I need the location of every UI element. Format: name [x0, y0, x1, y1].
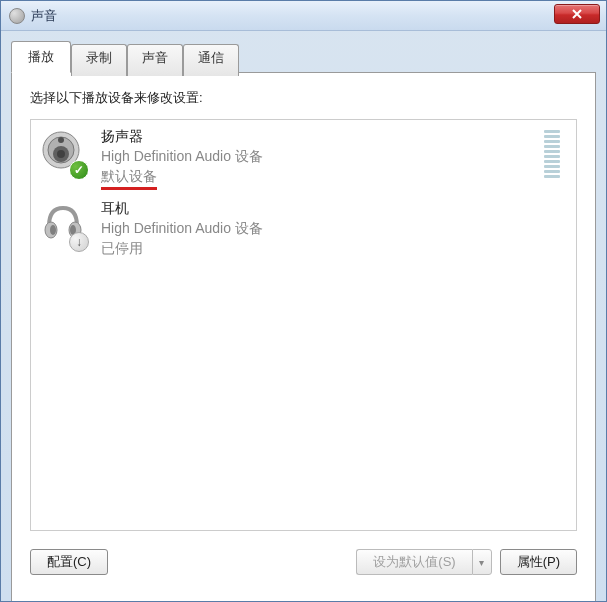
- device-description: High Definition Audio 设备: [101, 220, 568, 238]
- sound-app-icon: [9, 8, 25, 24]
- device-item-speakers[interactable]: ✓ 扬声器 High Definition Audio 设备 默认设备: [33, 122, 574, 194]
- set-default-split-button: 设为默认值(S): [356, 549, 491, 575]
- device-description: High Definition Audio 设备: [101, 148, 544, 166]
- window-title: 声音: [31, 7, 57, 25]
- close-icon: [571, 9, 583, 19]
- tab-communications[interactable]: 通信: [183, 44, 239, 76]
- device-status: 默认设备: [101, 168, 544, 190]
- svg-point-4: [58, 137, 64, 143]
- properties-button[interactable]: 属性(P): [500, 549, 577, 575]
- device-info: 耳机 High Definition Audio 设备 已停用: [101, 198, 568, 258]
- tab-sounds[interactable]: 声音: [127, 44, 183, 76]
- titlebar: 声音: [1, 1, 606, 31]
- disabled-badge-icon: ↓: [69, 232, 89, 252]
- button-row: 配置(C) 设为默认值(S) 属性(P): [30, 549, 577, 575]
- svg-point-3: [57, 150, 65, 158]
- set-default-button[interactable]: 设为默认值(S): [356, 549, 471, 575]
- check-badge-icon: ✓: [69, 160, 89, 180]
- svg-point-7: [50, 225, 56, 235]
- configure-button[interactable]: 配置(C): [30, 549, 108, 575]
- set-default-dropdown[interactable]: [472, 549, 492, 575]
- tab-panel-playback: 选择以下播放设备来修改设置: ✓ 扬声器 High Definition Aud…: [11, 72, 596, 602]
- device-name: 耳机: [101, 200, 568, 218]
- volume-level-meter: [544, 130, 560, 178]
- device-name: 扬声器: [101, 128, 544, 146]
- device-item-headphones[interactable]: ↓ 耳机 High Definition Audio 设备 已停用: [33, 194, 574, 262]
- device-info: 扬声器 High Definition Audio 设备 默认设备: [101, 126, 544, 190]
- tab-recording[interactable]: 录制: [71, 44, 127, 76]
- headphones-icon: ↓: [39, 198, 91, 250]
- content-area: 播放 录制 声音 通信 选择以下播放设备来修改设置: ✓: [1, 31, 606, 601]
- instruction-text: 选择以下播放设备来修改设置:: [30, 89, 577, 107]
- close-button[interactable]: [554, 4, 600, 24]
- tab-playback[interactable]: 播放: [11, 41, 71, 73]
- speaker-icon: ✓: [39, 126, 91, 178]
- device-list[interactable]: ✓ 扬声器 High Definition Audio 设备 默认设备: [30, 119, 577, 531]
- device-status: 已停用: [101, 240, 568, 258]
- tab-strip: 播放 录制 声音 通信: [11, 41, 596, 73]
